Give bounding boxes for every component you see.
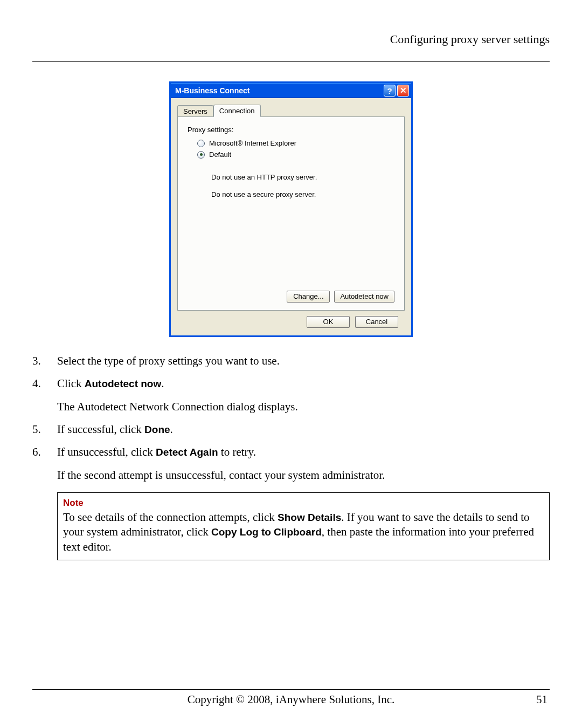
step-4-bold: Autodetect now: [85, 378, 162, 389]
footer-rule: [32, 689, 550, 690]
step-6-sub: If the second attempt is unsuccessful, c…: [57, 468, 550, 483]
note-box: Note To see details of the connection at…: [57, 492, 550, 560]
page-footer: Copyright © 2008, iAnywhere Solutions, I…: [32, 689, 550, 706]
step-4-post: .: [161, 377, 164, 390]
note-t1: To see details of the connection attempt…: [63, 511, 278, 524]
tab-panel-connection: Proxy settings: Microsoft® Internet Expl…: [177, 116, 405, 311]
dialog-footer: OK Cancel: [177, 311, 405, 329]
step-6-pre: If unsuccessful, click: [57, 445, 156, 458]
step-6-bold: Detect Again: [156, 447, 218, 458]
step-5-pre: If successful, click: [57, 423, 144, 436]
footer-row: Copyright © 2008, iAnywhere Solutions, I…: [32, 693, 550, 706]
change-button[interactable]: Change...: [287, 291, 330, 303]
step-5-post: .: [170, 423, 173, 436]
proxy-settings-label: Proxy settings:: [188, 126, 394, 134]
step-6: If unsuccessful, click Detect Again to r…: [32, 444, 550, 483]
step-3: Select the type of proxy settings you wa…: [32, 353, 550, 368]
note-body: To see details of the connection attempt…: [63, 510, 544, 554]
titlebar: M-Business Connect ? ✕: [171, 83, 411, 98]
radio-default-label: Default: [209, 150, 231, 159]
steps-list: Select the type of proxy settings you wa…: [32, 353, 550, 483]
panel-buttons: Change... Autodetect now: [287, 291, 394, 303]
page: Configuring proxy server settings M-Busi…: [0, 0, 582, 728]
proxy-info-http: Do not use an HTTP proxy server.: [211, 171, 394, 183]
step-5-bold: Done: [144, 424, 170, 435]
ok-button[interactable]: OK: [307, 316, 350, 328]
radio-ie-row[interactable]: Microsoft® Internet Explorer: [197, 139, 394, 147]
step-4-pre: Click: [57, 377, 85, 390]
radio-ie-label: Microsoft® Internet Explorer: [209, 139, 296, 147]
help-icon[interactable]: ?: [384, 85, 396, 97]
step-4-sub: The Autodetect Network Connection dialog…: [57, 399, 550, 414]
window-title: M-Business Connect: [175, 86, 384, 95]
tab-servers[interactable]: Servers: [177, 105, 213, 117]
step-5: If successful, click Done.: [32, 422, 550, 437]
footer-spacer: [34, 693, 67, 706]
radio-default[interactable]: [197, 151, 205, 159]
step-3-text: Select the type of proxy settings you wa…: [57, 354, 280, 367]
dialog-body: Servers Connection Proxy settings: Micro…: [171, 98, 411, 335]
tabs-row: Servers Connection: [177, 104, 405, 116]
titlebar-buttons: ? ✕: [384, 85, 409, 97]
cancel-button[interactable]: Cancel: [355, 316, 398, 328]
proxy-info-block: Do not use an HTTP proxy server. Do not …: [211, 171, 394, 201]
radio-ie[interactable]: [197, 140, 205, 147]
footer-copyright: Copyright © 2008, iAnywhere Solutions, I…: [67, 693, 515, 706]
step-6-post: to retry.: [218, 445, 256, 458]
close-icon[interactable]: ✕: [397, 85, 409, 97]
step-4: Click Autodetect now. The Autodetect Net…: [32, 376, 550, 414]
footer-page-number: 51: [515, 693, 548, 706]
note-b1: Show Details: [278, 512, 341, 523]
radio-default-row[interactable]: Default: [197, 150, 394, 159]
page-header-title: Configuring proxy server settings: [32, 32, 550, 46]
note-title: Note: [63, 497, 544, 509]
note-b2: Copy Log to Clipboard: [211, 526, 322, 538]
dialog-screenshot: M-Business Connect ? ✕ Servers Connectio…: [169, 81, 413, 337]
dialog-window: M-Business Connect ? ✕ Servers Connectio…: [169, 81, 413, 337]
tab-connection[interactable]: Connection: [213, 105, 261, 117]
proxy-info-secure: Do not use a secure proxy server.: [211, 189, 394, 201]
header-rule: [32, 61, 550, 62]
autodetect-button[interactable]: Autodetect now: [334, 291, 394, 303]
